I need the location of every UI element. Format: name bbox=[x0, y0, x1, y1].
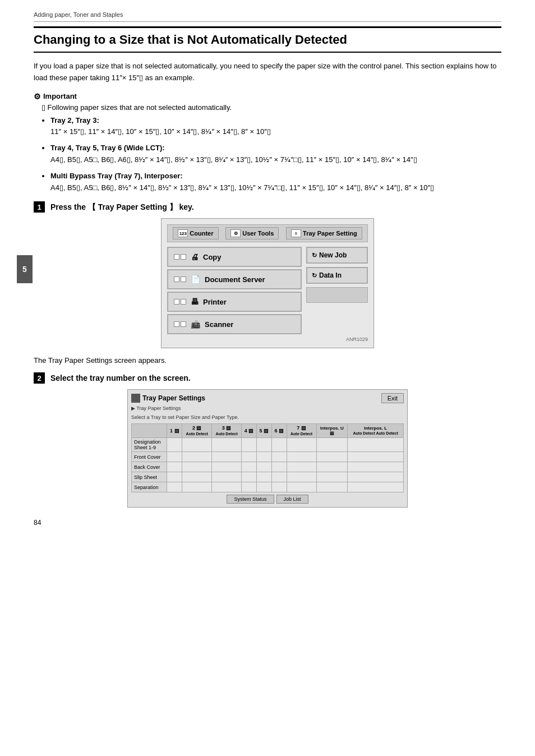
cell[interactable] bbox=[271, 462, 287, 472]
tray-paper-tab[interactable]: ≡ Tray Paper Setting bbox=[286, 227, 362, 239]
cell[interactable] bbox=[271, 438, 287, 452]
cell[interactable] bbox=[287, 482, 316, 492]
tray-table: 1 ▤ 2 ▤Auto Detect 3 ▤Auto Detect 4 ▤ 5 … bbox=[131, 423, 404, 492]
page-number: 84 bbox=[34, 519, 501, 527]
cell[interactable] bbox=[316, 482, 348, 492]
step2-label: Select the tray number on the screen. bbox=[50, 374, 191, 382]
tray-settings-icon bbox=[131, 394, 140, 403]
cell[interactable] bbox=[212, 462, 242, 472]
cell[interactable] bbox=[256, 472, 271, 482]
user-tools-tab[interactable]: ⚙ User Tools bbox=[225, 227, 279, 239]
cell[interactable] bbox=[212, 472, 242, 482]
copy-label: Copy bbox=[203, 253, 222, 261]
counter-tab[interactable]: 123 Counter bbox=[173, 227, 218, 239]
cb6 bbox=[181, 299, 186, 305]
cell[interactable] bbox=[348, 452, 404, 462]
system-status-button[interactable]: System Status bbox=[227, 495, 274, 504]
cb7 bbox=[174, 321, 179, 327]
page-title: Changing to a Size that is Not Automatic… bbox=[34, 26, 501, 53]
cell[interactable] bbox=[167, 482, 182, 492]
important-icon: ⚙ bbox=[34, 92, 41, 101]
counter-label: Counter bbox=[190, 230, 213, 237]
row-label-back-cover: Back Cover bbox=[132, 462, 167, 472]
th-tray3[interactable]: 3 ▤Auto Detect bbox=[212, 424, 242, 438]
cell[interactable] bbox=[271, 452, 287, 462]
cell[interactable] bbox=[256, 462, 271, 472]
step1-label: Press the 【 Tray Paper Setting 】 key. bbox=[50, 202, 194, 213]
tray-label: Tray Paper Setting bbox=[303, 230, 357, 237]
user-tools-label: User Tools bbox=[242, 230, 274, 237]
data-in-icon: ↻ bbox=[312, 272, 317, 279]
cell[interactable] bbox=[256, 452, 271, 462]
table-row: Separation bbox=[132, 482, 404, 492]
cell[interactable] bbox=[182, 482, 212, 492]
cell[interactable] bbox=[167, 438, 182, 452]
cell[interactable] bbox=[242, 482, 257, 492]
cell[interactable] bbox=[287, 438, 316, 452]
cell[interactable] bbox=[182, 472, 212, 482]
cell[interactable] bbox=[167, 472, 182, 482]
cell[interactable] bbox=[182, 438, 212, 452]
th-interpos-u[interactable]: Interpos. U▤ bbox=[316, 424, 348, 438]
cell[interactable] bbox=[316, 462, 348, 472]
scanner-button[interactable]: 📠 Scanner bbox=[167, 314, 302, 334]
cell[interactable] bbox=[316, 452, 348, 462]
cb1 bbox=[174, 254, 179, 260]
cell[interactable] bbox=[256, 482, 271, 492]
cell[interactable] bbox=[242, 472, 257, 482]
cell[interactable] bbox=[242, 438, 257, 452]
document-server-button[interactable]: 📄 Document Server bbox=[167, 269, 302, 289]
cell[interactable] bbox=[256, 438, 271, 452]
printer-button[interactable]: 🖶 Printer bbox=[167, 292, 302, 312]
printer-checkboxes bbox=[174, 299, 186, 305]
cell[interactable] bbox=[316, 472, 348, 482]
job-list-button[interactable]: Job List bbox=[276, 495, 308, 504]
new-job-button[interactable]: ↻ New Job bbox=[306, 247, 368, 264]
th-interpos-l[interactable]: Interpos. LAuto Detect Auto Detect bbox=[348, 424, 404, 438]
cell[interactable] bbox=[348, 482, 404, 492]
scanner-icon: 📠 bbox=[191, 320, 200, 329]
cell[interactable] bbox=[348, 438, 404, 452]
list-item: Multi Bypass Tray (Tray 7), Interposer: … bbox=[50, 170, 501, 194]
tray-title-bar: Tray Paper Settings Exit bbox=[131, 393, 404, 403]
cell[interactable] bbox=[287, 462, 316, 472]
th-tray4[interactable]: 4 ▤ bbox=[242, 424, 257, 438]
printer-label: Printer bbox=[203, 298, 227, 306]
th-tray5[interactable]: 5 ▤ bbox=[256, 424, 271, 438]
important-section: ⚙ Important ▯ Following paper sizes that… bbox=[34, 92, 501, 194]
cell[interactable] bbox=[287, 472, 316, 482]
cell[interactable] bbox=[242, 462, 257, 472]
cell[interactable] bbox=[167, 462, 182, 472]
copy-button[interactable]: 🖨 Copy bbox=[167, 247, 302, 267]
printer-icon: 🖶 bbox=[191, 297, 199, 306]
cell[interactable] bbox=[316, 438, 348, 452]
cell[interactable] bbox=[182, 462, 212, 472]
cell[interactable] bbox=[271, 472, 287, 482]
cell[interactable] bbox=[242, 452, 257, 462]
cell[interactable] bbox=[167, 452, 182, 462]
exit-button[interactable]: Exit bbox=[381, 393, 404, 403]
cell[interactable] bbox=[212, 452, 242, 462]
data-in-button[interactable]: ↻ Data In bbox=[306, 267, 368, 284]
data-in-label: Data In bbox=[319, 271, 342, 279]
after-screen-text: The Tray Paper Settings screen appears. bbox=[34, 356, 501, 365]
cell[interactable] bbox=[348, 462, 404, 472]
cell[interactable] bbox=[182, 452, 212, 462]
th-tray2[interactable]: 2 ▤Auto Detect bbox=[182, 424, 212, 438]
cell[interactable] bbox=[348, 472, 404, 482]
doc-icon: 📄 bbox=[191, 275, 200, 284]
cell[interactable] bbox=[271, 482, 287, 492]
screen1-tabs: 123 Counter ⚙ User Tools ≡ Tray Paper Se… bbox=[167, 224, 368, 242]
th-tray7[interactable]: 7 ▤Auto Detect bbox=[287, 424, 316, 438]
cell[interactable] bbox=[287, 452, 316, 462]
bullet-list: Tray 2, Tray 3: 11″ × 15″▯, 11″ × 14″▯, … bbox=[50, 115, 501, 194]
breadcrumb: Adding paper, Toner and Staples bbox=[34, 11, 501, 22]
th-tray6[interactable]: 6 ▤ bbox=[271, 424, 287, 438]
th-tray1[interactable]: 1 ▤ bbox=[167, 424, 182, 438]
cell[interactable] bbox=[212, 482, 242, 492]
cell[interactable] bbox=[212, 438, 242, 452]
tray-title: Tray Paper Settings bbox=[131, 394, 205, 403]
step1-header: 1 Press the 【 Tray Paper Setting 】 key. bbox=[34, 201, 501, 213]
intro-paragraph: If you load a paper size that is not sel… bbox=[34, 61, 501, 84]
table-row: DesignationSheet 1-9 bbox=[132, 438, 404, 452]
